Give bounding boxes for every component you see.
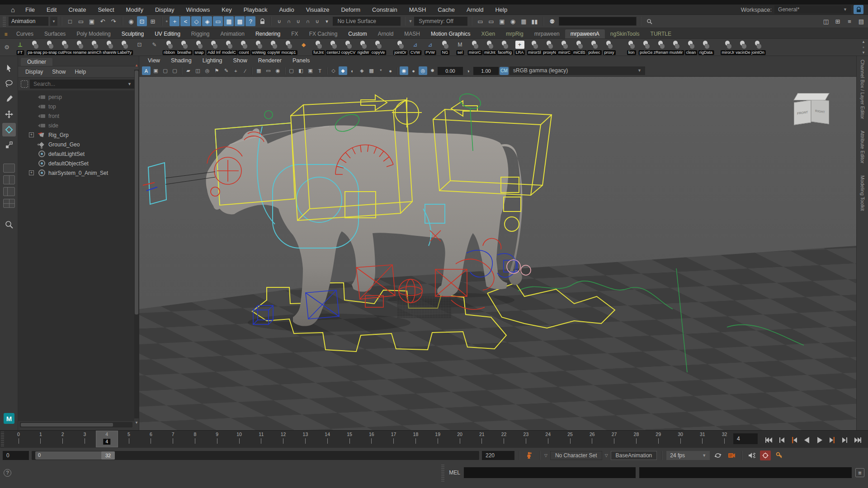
shelf-tab[interactable]: FX bbox=[286, 29, 303, 38]
shelf-tool-button[interactable]: musMir bbox=[669, 39, 684, 56]
shelf-tool-button[interactable]: clean bbox=[684, 39, 698, 56]
snap-film-icon[interactable]: ▩ bbox=[235, 16, 245, 26]
chevron-down-icon[interactable]: ▼ bbox=[50, 17, 57, 26]
undo-icon[interactable]: ↶ bbox=[98, 16, 108, 26]
timeline-frame-15[interactable]: 15 bbox=[340, 432, 359, 444]
look-through-icon[interactable]: ◎ bbox=[203, 66, 212, 75]
current-frame-field[interactable]: 4 bbox=[733, 433, 758, 444]
shelf-tool-button[interactable]: + LRA bbox=[512, 39, 527, 56]
timeline-frame-4[interactable]: 44 bbox=[97, 432, 117, 444]
outliner-menu-item[interactable]: Display bbox=[22, 68, 47, 75]
menu-item[interactable]: Deform bbox=[335, 6, 366, 13]
timeline-frame-3[interactable]: 3 bbox=[75, 432, 94, 444]
play-forwards-button[interactable] bbox=[814, 435, 826, 446]
script-editor-icon[interactable]: ≣ bbox=[855, 468, 864, 477]
perspective-viewport[interactable]: ViewShadingLightingShowRendererPanels A▣… bbox=[139, 56, 856, 430]
outliner-menu-item[interactable]: Help bbox=[71, 68, 90, 75]
shelf-tool-button[interactable]: ⊡ bbox=[132, 39, 147, 56]
current-rig-tool[interactable] bbox=[2, 123, 16, 136]
mute-audio-icon[interactable] bbox=[746, 450, 757, 460]
timeline-frame-30[interactable]: 30 bbox=[670, 432, 690, 444]
shelf-tool-button[interactable]: jointOn bbox=[750, 39, 765, 56]
timeline-frame-13[interactable]: 13 bbox=[295, 432, 315, 444]
sidebar-tab[interactable]: Modeling Toolkit bbox=[860, 175, 865, 211]
shelf-tool-button[interactable]: rigData bbox=[698, 39, 713, 56]
shelf-tab[interactable]: FX Caching bbox=[304, 29, 343, 38]
step-forward-frame-button[interactable] bbox=[839, 435, 851, 446]
magnet-1-icon[interactable]: ∪ bbox=[294, 17, 302, 26]
shelf-tool-button[interactable]: mirorSl bbox=[527, 39, 542, 56]
select-camera-icon[interactable]: A bbox=[142, 66, 151, 75]
pause-viewport-icon[interactable]: ▮▮ bbox=[529, 16, 539, 26]
show-attribute-editor-icon[interactable]: ≡ bbox=[844, 16, 854, 26]
magnet-3-icon[interactable]: ∪ bbox=[313, 17, 321, 26]
film-gate-icon[interactable]: ▭ bbox=[264, 66, 273, 75]
pen-icon[interactable]: ∕ bbox=[241, 66, 250, 75]
filter-icon[interactable] bbox=[21, 80, 28, 88]
shelf-tool-button[interactable]: lion bbox=[624, 39, 639, 56]
shelf-tool-button[interactable]: zRenam bbox=[654, 39, 669, 56]
render-current-icon[interactable]: ▭ bbox=[486, 16, 496, 26]
shelf-tab[interactable]: Poly Modeling bbox=[71, 29, 116, 38]
shelf-tool-button[interactable]: count bbox=[236, 39, 251, 56]
shelf-tool-button[interactable]: mirorJr bbox=[721, 39, 736, 56]
sidebar-tab[interactable]: Channel Box / Layer Editor bbox=[860, 60, 865, 119]
grid-icon[interactable]: ▦ bbox=[255, 66, 263, 75]
viewport-menu-item[interactable]: Renderer bbox=[253, 57, 287, 64]
select-by-hierarchy-icon[interactable]: ◉ bbox=[126, 16, 136, 26]
shelf-tab[interactable]: Arnold bbox=[373, 29, 399, 38]
command-line-grip[interactable] bbox=[441, 464, 444, 482]
gate-mask-icon[interactable]: ▢ bbox=[287, 66, 296, 75]
timeline-frame-22[interactable]: 22 bbox=[494, 432, 514, 444]
viewport-menu-item[interactable]: Show bbox=[228, 57, 252, 64]
shelf-tab[interactable]: Custom bbox=[343, 29, 372, 38]
shelf-scroll-arrows[interactable]: ▲●▼ bbox=[859, 39, 868, 55]
timeline-frame-17[interactable]: 17 bbox=[384, 432, 404, 444]
character-set-icon[interactable] bbox=[524, 450, 535, 460]
snap-to-grid-icon[interactable]: + bbox=[170, 16, 179, 26]
select-by-component-icon[interactable]: ⊞ bbox=[148, 16, 158, 26]
timeline-frame-6[interactable]: 6 bbox=[141, 432, 161, 444]
live-surface-field[interactable]: No Live Surface bbox=[333, 17, 401, 26]
outliner-item[interactable]: + defaultLightSet bbox=[18, 149, 134, 159]
auto-keyframe-icon[interactable] bbox=[774, 450, 784, 460]
quick-select-input[interactable] bbox=[559, 17, 637, 26]
exposure-icon[interactable]: ✹ bbox=[428, 66, 437, 75]
shelf-tab[interactable]: ngSkinTools bbox=[605, 29, 645, 38]
view-cube[interactable]: FRONT RIGHT bbox=[791, 89, 831, 129]
shelf-tool-button[interactable]: po-snap bbox=[42, 39, 57, 56]
timeline-frame-12[interactable]: 12 bbox=[274, 432, 293, 444]
outliner-item[interactable]: + Ground_Geo bbox=[18, 140, 134, 149]
redo-icon[interactable]: ↷ bbox=[108, 16, 118, 26]
menu-item[interactable]: Constrain bbox=[366, 6, 403, 13]
timeline-frame-10[interactable]: 10 bbox=[229, 432, 249, 444]
construction-history-icon[interactable]: ∪ bbox=[275, 17, 283, 26]
menu-item[interactable]: Display bbox=[149, 6, 180, 13]
rigid-body-icon[interactable]: ∩ bbox=[284, 17, 293, 26]
timeline-frame-25[interactable]: 25 bbox=[560, 432, 580, 444]
timeline-frame-26[interactable]: 26 bbox=[582, 432, 602, 444]
outliner-menu-item[interactable]: Show bbox=[48, 68, 69, 75]
shelf-tool-button[interactable]: ⊥ FT bbox=[13, 39, 28, 56]
shelf-tool-button[interactable]: Add Inf bbox=[207, 39, 222, 56]
timeline-frame-29[interactable]: 29 bbox=[648, 432, 668, 444]
outliner-item[interactable]: + side bbox=[18, 121, 134, 130]
shelf-tool-button[interactable]: shareW bbox=[102, 39, 117, 56]
timeline-frame-23[interactable]: 23 bbox=[516, 432, 536, 444]
render-settings-icon[interactable]: ◉ bbox=[508, 16, 518, 26]
outliner-item[interactable]: + hairSystem_0_Anim_Set bbox=[18, 168, 134, 178]
use-all-lights-icon[interactable]: ▩ bbox=[367, 66, 376, 75]
exposure-field[interactable]: 0.00 bbox=[438, 67, 463, 75]
symmetry-field[interactable]: Symmetry: Off bbox=[414, 17, 467, 26]
character-icon[interactable]: ⚉ bbox=[547, 16, 557, 26]
viewport-scene[interactable] bbox=[139, 56, 856, 430]
menu-item[interactable]: MASH bbox=[403, 6, 432, 13]
shelf-tab[interactable]: Surfaces bbox=[39, 29, 71, 38]
menu-item[interactable]: Help bbox=[489, 6, 513, 13]
two-pane-layout-button[interactable] bbox=[3, 175, 15, 184]
shadows-icon[interactable]: * bbox=[377, 66, 385, 75]
shelf-tool-button[interactable]: poleGe bbox=[639, 39, 654, 56]
timeline-frame-18[interactable]: 18 bbox=[406, 432, 425, 444]
field-chart-icon[interactable]: ◧ bbox=[297, 66, 305, 75]
shelf-tab[interactable]: UV Editing bbox=[149, 29, 186, 38]
